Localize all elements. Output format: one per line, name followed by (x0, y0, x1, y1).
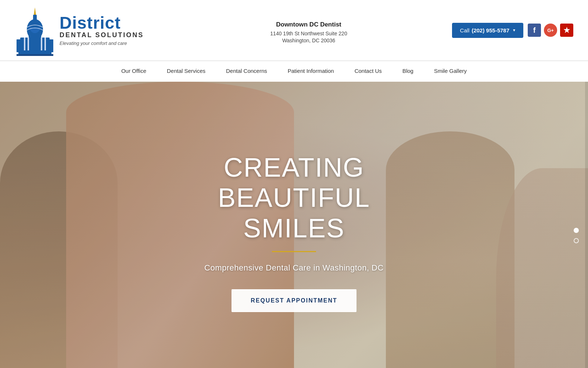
social-icons: f G+ ★ (528, 24, 573, 37)
nav-item-blog[interactable]: Blog (392, 61, 424, 82)
yelp-label: ★ (563, 26, 570, 35)
svg-rect-14 (44, 38, 46, 50)
hero-section: CREATING BEAUTIFUL SMILES Comprehensive … (0, 82, 588, 368)
nav-item-contact-us[interactable]: Contact Us (344, 61, 392, 82)
carousel-dots (574, 228, 579, 243)
svg-rect-12 (28, 38, 29, 50)
hero-subtitle: Comprehensive Dental Care in Washington,… (147, 263, 441, 273)
svg-rect-2 (17, 54, 53, 56)
yelp-icon[interactable]: ★ (560, 24, 573, 37)
nav-item-our-office[interactable]: Our Office (111, 61, 157, 82)
facebook-label: f (533, 26, 536, 35)
logo-district: District (60, 14, 144, 31)
google-label: G+ (547, 28, 554, 33)
scrollbar[interactable] (585, 82, 588, 368)
svg-rect-11 (24, 38, 25, 50)
request-appointment-button[interactable]: REQUEST APPOINTMENT (232, 289, 356, 312)
svg-rect-13 (41, 38, 42, 50)
carousel-dot-1[interactable] (574, 228, 579, 233)
hero-content: CREATING BEAUTIFUL SMILES Comprehensive … (147, 152, 441, 312)
nav-item-patient-information[interactable]: Patient Information (277, 61, 344, 82)
hero-divider (272, 251, 316, 252)
logo-area: District DENTAL SOLUTIONS Elevating your… (15, 4, 191, 56)
svg-rect-4 (46, 39, 53, 52)
header: District DENTAL SOLUTIONS Elevating your… (0, 0, 588, 61)
svg-marker-10 (34, 7, 36, 15)
phone-number: (202) 955-5787 (472, 27, 509, 33)
header-right: Call (202) 955-5787 ▾ f G+ ★ (426, 23, 573, 38)
hero-title-line1: CREATING BEAUTIFUL (218, 153, 370, 213)
nav-item-dental-services[interactable]: Dental Services (157, 61, 216, 82)
logo-text-block: District DENTAL SOLUTIONS Elevating your… (60, 14, 144, 46)
svg-rect-3 (17, 39, 24, 52)
nav-item-smile-gallery[interactable]: Smile Gallery (424, 61, 477, 82)
carousel-dot-2[interactable] (574, 238, 579, 243)
nav-item-dental-concerns[interactable]: Dental Concerns (216, 61, 277, 82)
hero-title: CREATING BEAUTIFUL SMILES (147, 152, 441, 244)
call-label: Call (460, 27, 470, 33)
business-name: Downtown DC Dentist (276, 21, 341, 28)
hero-title-line2: SMILES (243, 213, 345, 243)
address-line2: Washington, DC 20036 (282, 38, 335, 43)
google-plus-icon[interactable]: G+ (544, 24, 557, 37)
logo-icon (15, 4, 55, 56)
main-nav: Our Office Dental Services Dental Concer… (0, 61, 588, 82)
facebook-icon[interactable]: f (528, 24, 541, 37)
logo-tagline: Elevating your comfort and care (60, 40, 144, 46)
logo-dental: DENTAL SOLUTIONS (60, 31, 144, 39)
call-button[interactable]: Call (202) 955-5787 ▾ (452, 23, 523, 38)
svg-rect-8 (30, 21, 40, 28)
address-line1: 1140 19th St Northwest Suite 220 (270, 31, 347, 36)
call-dropdown-arrow[interactable]: ▾ (513, 28, 515, 33)
svg-rect-9 (33, 15, 37, 21)
header-center: Downtown DC Dentist 1140 19th St Northwe… (191, 17, 426, 43)
